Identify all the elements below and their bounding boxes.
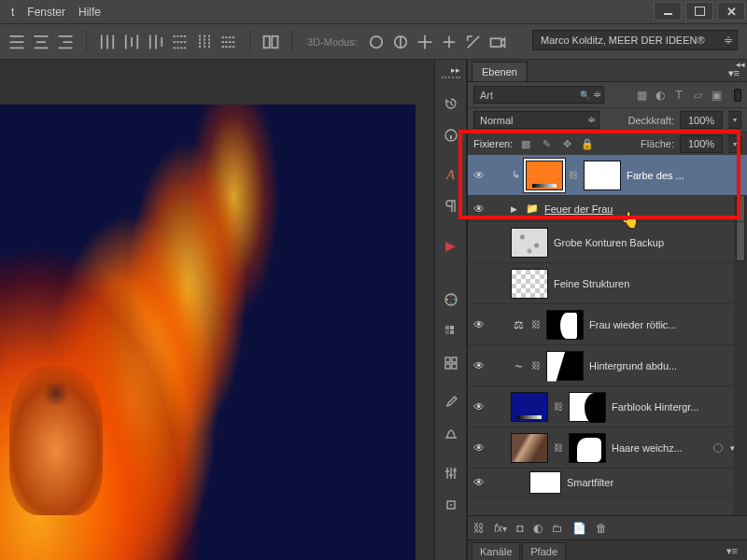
adjustments-panel-icon[interactable] (437, 459, 465, 487)
layer-thumbnail[interactable] (511, 228, 548, 258)
workspace-selector[interactable]: Marco Kolditz, MEER DER IDEEN® (532, 30, 738, 50)
opacity-dropdown-icon[interactable]: ▾ (728, 111, 741, 129)
distribute-icon[interactable] (147, 33, 165, 51)
3d-roll-icon[interactable] (391, 33, 410, 51)
window-minimize-button[interactable] (654, 2, 682, 21)
tab-kanaele[interactable]: Kanäle (472, 542, 520, 560)
clone-source-panel-icon[interactable] (437, 491, 465, 519)
3d-orbit-icon[interactable] (367, 33, 386, 51)
link-mask-icon[interactable]: ⛓ (531, 360, 541, 371)
distribute-icon[interactable] (171, 33, 190, 51)
new-layer-icon[interactable]: 📄 (572, 522, 586, 535)
fill-dropdown-icon[interactable]: ▾ (728, 135, 741, 153)
styles-panel-icon[interactable] (437, 349, 465, 377)
filter-smart-icon[interactable]: ▣ (708, 87, 725, 104)
filter-shape-icon[interactable]: ▱ (689, 87, 706, 104)
filter-toggle-switch[interactable] (734, 89, 741, 102)
actions-panel-icon[interactable]: ▶ (437, 231, 465, 259)
layer-name[interactable]: Feuer der Frau (544, 203, 741, 215)
3d-scale-icon[interactable] (464, 33, 483, 51)
3d-camera-icon[interactable] (488, 33, 507, 51)
lock-pixels-icon[interactable]: ✎ (539, 136, 554, 151)
swatches-panel-icon[interactable] (437, 317, 465, 345)
layer-name[interactable]: Frau wieder rötlic... (589, 319, 741, 330)
filter-adjustment-icon[interactable]: ◐ (652, 87, 669, 104)
distribute-icon[interactable] (98, 33, 117, 51)
layer-mask-thumbnail[interactable] (569, 392, 606, 422)
character-panel-icon[interactable]: A (437, 161, 465, 189)
link-layers-icon[interactable]: ⛓ (473, 522, 485, 535)
filter-mask-thumbnail[interactable] (529, 471, 561, 494)
layer-mask-thumbnail[interactable] (546, 310, 584, 340)
layer-row[interactable]: 👁 ⚖ ⛓ Frau wieder rötlic... (468, 304, 747, 345)
new-adjustment-icon[interactable]: ◐ (533, 522, 543, 535)
distribute-icon[interactable] (122, 33, 141, 51)
layer-name[interactable]: Haare weichz... (612, 442, 706, 454)
visibility-toggle-icon[interactable]: 👁 (472, 441, 486, 455)
filter-pixel-icon[interactable]: ▦ (633, 87, 650, 104)
layer-row[interactable]: 👁 Grobe Konturen Backup (468, 222, 747, 263)
opacity-input[interactable]: 100% (680, 111, 723, 129)
link-mask-icon[interactable]: ⛓ (569, 170, 578, 180)
link-mask-icon[interactable]: ⛓ (554, 442, 563, 453)
layer-name[interactable]: Grobe Konturen Backup (554, 237, 741, 248)
lock-transparency-icon[interactable]: ▩ (518, 136, 533, 151)
layer-row-selected[interactable]: 👁 ↳ ⛓ Farbe des ... (468, 155, 747, 196)
layer-thumbnail[interactable] (511, 269, 548, 299)
effects-expand-icon[interactable]: ▾ (730, 443, 741, 453)
link-mask-icon[interactable]: ⛓ (531, 319, 541, 329)
window-maximize-button[interactable] (685, 2, 713, 21)
visibility-toggle-icon[interactable]: 👁 (472, 203, 486, 216)
menu-item-fenster[interactable]: Fenster (21, 2, 71, 22)
dock-collapse-icon[interactable]: ▸▸ (451, 65, 464, 75)
delete-layer-icon[interactable]: 🗑 (596, 522, 607, 535)
layer-name[interactable]: Feine Strukturen (554, 278, 741, 289)
filter-type-icon[interactable]: T (670, 87, 687, 104)
window-close-button[interactable]: ✕ (717, 2, 745, 21)
layer-row[interactable]: 👁 ⛓ Haare weichz... ▾ (468, 427, 747, 469)
layer-mask-thumbnail[interactable] (569, 433, 606, 463)
menu-bar[interactable]: t Fenster Hilfe (0, 0, 106, 24)
auto-align-icon[interactable] (261, 33, 280, 51)
menu-item-hilfe[interactable]: Hilfe (73, 2, 106, 22)
visibility-toggle-icon[interactable]: 👁 (472, 476, 486, 489)
blend-mode-select[interactable]: Normal (473, 111, 599, 129)
visibility-toggle-icon[interactable]: 👁 (472, 169, 486, 182)
document-canvas[interactable] (0, 105, 416, 560)
layer-thumbnail[interactable] (526, 161, 563, 190)
layer-thumbnail[interactable] (511, 392, 548, 422)
info-panel-icon[interactable] (437, 121, 465, 149)
layer-name[interactable]: Farblook Hintergr... (612, 401, 741, 413)
link-mask-icon[interactable]: ⛓ (554, 401, 563, 412)
layer-row[interactable]: 👁 ⛓ Farblook Hintergr... (468, 386, 747, 427)
tab-ebenen[interactable]: Ebenen (472, 62, 528, 81)
distribute-icon[interactable] (219, 33, 238, 51)
smart-filter-row[interactable]: 👁 Smartfilter (468, 469, 747, 497)
panel-collapse-icon[interactable]: ◂◂ (736, 60, 745, 69)
layer-thumbnail[interactable] (511, 433, 548, 463)
visibility-toggle-icon[interactable]: 👁 (472, 236, 486, 249)
visibility-toggle-icon[interactable]: 👁 (472, 277, 486, 290)
layer-name[interactable]: Smartfilter (567, 477, 741, 488)
align-icon[interactable] (7, 33, 26, 51)
add-mask-icon[interactable]: ◘ (516, 522, 523, 535)
visibility-toggle-icon[interactable]: 👁 (472, 400, 486, 413)
panel-menu-icon[interactable]: ▾≡ (719, 542, 745, 560)
canvas-area[interactable] (0, 60, 434, 560)
layer-effects-indicator-icon[interactable] (713, 443, 723, 453)
3d-slide-icon[interactable] (440, 33, 458, 51)
align-icon[interactable] (32, 33, 50, 51)
visibility-toggle-icon[interactable]: 👁 (472, 318, 486, 331)
fill-input[interactable]: 100% (680, 135, 723, 153)
layer-row[interactable]: 👁 ⏦ ⛓ Hintergrund abdu... (468, 345, 747, 386)
layer-mask-thumbnail[interactable] (546, 351, 584, 381)
layer-group-row[interactable]: 👁 ▶ 📁 Feuer der Frau (468, 196, 747, 222)
brush-panel-icon[interactable] (437, 388, 465, 416)
layer-name[interactable]: Farbe des ... (627, 170, 741, 181)
layer-style-icon[interactable]: fx▾ (494, 522, 507, 535)
paragraph-panel-icon[interactable] (437, 192, 465, 220)
history-panel-icon[interactable] (437, 90, 465, 118)
tab-pfade[interactable]: Pfade (522, 542, 566, 560)
distribute-icon[interactable] (195, 33, 214, 51)
group-expand-icon[interactable]: ▶ (511, 204, 520, 214)
